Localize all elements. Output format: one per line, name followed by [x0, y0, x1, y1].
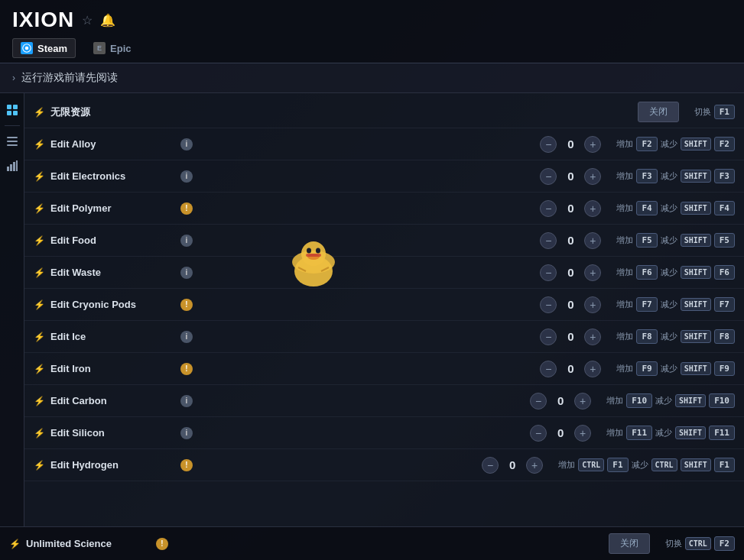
value-waste: 0: [561, 266, 580, 279]
info-icon-polymer[interactable]: !: [180, 202, 193, 215]
steam-platform-icon: [21, 42, 33, 54]
hk-key-elec-f3-dec: F3: [714, 169, 735, 183]
decrement-alloy[interactable]: −: [540, 136, 557, 153]
svg-rect-8: [7, 144, 18, 146]
increment-waste[interactable]: +: [584, 264, 601, 281]
svg-rect-12: [16, 160, 18, 171]
hk-key-hydro-ctrl: CTRL: [578, 458, 604, 471]
sidebar-icon-list[interactable]: [2, 131, 23, 152]
hotkey-waste: 增加 F6 减少 SHIFT F6: [616, 265, 735, 280]
hk-label-alloy-inc: 增加: [616, 138, 633, 150]
hk-key-elec-f3: F3: [636, 169, 657, 183]
increment-electronics[interactable]: +: [584, 168, 601, 185]
increment-polymer[interactable]: +: [584, 200, 601, 217]
notice-bar[interactable]: › 运行游戏前请先阅读: [0, 63, 744, 93]
decrement-electronics[interactable]: −: [540, 168, 557, 185]
info-icon-ice[interactable]: i: [180, 331, 193, 343]
decrement-hydrogen[interactable]: −: [482, 457, 499, 474]
app-title: IXION: [12, 8, 74, 32]
bolt-icon-electronics: ⚡: [34, 171, 44, 182]
increment-alloy[interactable]: +: [584, 136, 601, 153]
value-controls-iron: − 0 +: [540, 361, 601, 377]
cheat-row-edit-carbon: ⚡ Edit Carbon i − 0 + 增加 F10 减少 SHIFT F1: [24, 385, 744, 417]
info-icon-silicon[interactable]: i: [180, 427, 193, 439]
increment-cryonic[interactable]: +: [584, 296, 601, 313]
value-controls-cryonic: − 0 +: [540, 296, 601, 313]
info-icon-food[interactable]: i: [180, 235, 193, 247]
bell-icon[interactable]: 🔔: [100, 13, 115, 28]
decrement-cryonic[interactable]: −: [540, 296, 557, 313]
increment-ice[interactable]: +: [584, 329, 601, 345]
hk-label-hydro-dec: 减少: [632, 459, 648, 471]
decrement-silicon[interactable]: −: [530, 425, 547, 442]
value-alloy: 0: [561, 138, 580, 151]
decrement-waste[interactable]: −: [540, 264, 557, 281]
sidebar-icon-chart[interactable]: [2, 155, 23, 176]
hk-label-unlimited: 切换: [694, 106, 711, 118]
hk-key-poly-f4: F4: [636, 201, 657, 215]
svg-rect-4: [7, 111, 11, 115]
value-ice: 0: [561, 330, 580, 343]
cheat-name-carbon: Edit Carbon: [50, 395, 173, 406]
cheat-name-unlimited-science: Unlimited Science: [26, 538, 148, 549]
hotkey-carbon: 增加 F10 减少 SHIFT F10: [606, 393, 735, 408]
increment-iron[interactable]: +: [584, 361, 601, 377]
info-icon-carbon[interactable]: i: [180, 395, 193, 407]
hk-key-waste-shift: SHIFT: [681, 266, 711, 279]
cheat-row-unlimited-resources: ⚡ 无限资源 关闭 切换 F1: [24, 96, 744, 128]
increment-carbon[interactable]: +: [574, 393, 591, 409]
bolt-icon-unlimited-science: ⚡: [9, 539, 20, 549]
hk-label-food-inc: 增加: [616, 235, 633, 246]
cheat-row-edit-ice: ⚡ Edit Ice i − 0 + 增加 F8 减少 SHIFT F8: [24, 321, 744, 353]
bolt-icon-alloy: ⚡: [34, 139, 44, 150]
bolt-icon-carbon: ⚡: [34, 396, 44, 406]
value-iron: 0: [561, 362, 580, 375]
platform-epic[interactable]: E Epic: [85, 38, 139, 58]
hk-key-sci-ctrl: CTRL: [685, 537, 711, 550]
hk-key-sci-f2: F2: [714, 536, 735, 551]
hk-label-waste-inc: 增加: [616, 267, 633, 278]
value-polymer: 0: [561, 202, 580, 215]
platform-steam[interactable]: Steam: [12, 38, 76, 58]
hk-label-poly-inc: 增加: [616, 202, 633, 214]
value-controls-polymer: − 0 +: [540, 200, 601, 217]
value-food: 0: [561, 234, 580, 247]
info-icon-iron[interactable]: !: [180, 363, 193, 375]
svg-rect-2: [7, 105, 11, 109]
info-icon-unlimited-science[interactable]: !: [156, 538, 168, 550]
toggle-unlimited-resources[interactable]: 关闭: [638, 102, 679, 122]
decrement-food[interactable]: −: [540, 232, 557, 249]
hotkey-iron: 增加 F9 减少 SHIFT F9: [616, 361, 735, 376]
hk-key-cryo-f7: F7: [636, 297, 657, 312]
svg-rect-7: [7, 141, 18, 142]
decrement-ice[interactable]: −: [540, 329, 557, 345]
info-icon-waste[interactable]: i: [180, 267, 193, 279]
hk-label-ice-inc: 增加: [616, 331, 633, 342]
toggle-unlimited-science[interactable]: 关闭: [609, 533, 650, 554]
increment-food[interactable]: +: [584, 232, 601, 249]
increment-silicon[interactable]: +: [574, 425, 591, 442]
info-icon-cryonic[interactable]: !: [180, 299, 193, 311]
info-icon-electronics[interactable]: i: [180, 170, 193, 183]
decrement-carbon[interactable]: −: [530, 393, 547, 409]
value-controls-waste: − 0 +: [540, 264, 601, 281]
hotkey-electronics: 增加 F3 减少 SHIFT F3: [616, 169, 735, 183]
info-icon-alloy[interactable]: i: [180, 138, 193, 151]
sidebar-icon-grid[interactable]: [2, 99, 23, 121]
hk-label-cryo-dec: 减少: [661, 299, 677, 310]
decrement-polymer[interactable]: −: [540, 200, 557, 217]
decrement-iron[interactable]: −: [540, 361, 557, 377]
header: IXION ☆ 🔔 Steam E Epic: [0, 0, 744, 63]
hk-key-ice-f8-dec: F8: [714, 329, 735, 344]
hotkey-unlimited-science: 切换 CTRL F2: [665, 536, 735, 551]
value-controls-alloy: − 0 +: [540, 136, 601, 153]
hk-label-iron-inc: 增加: [616, 363, 633, 374]
increment-hydrogen[interactable]: +: [526, 457, 543, 474]
cheat-name-hydrogen: Edit Hydrogen: [50, 459, 173, 471]
cheat-list: ⚡ 无限资源 关闭 切换 F1 ⚡ Edit Alloy i: [24, 93, 744, 484]
info-icon-hydrogen[interactable]: !: [180, 459, 193, 471]
hk-label-cryo-inc: 增加: [616, 299, 633, 310]
hk-key-alloy-f2: F2: [636, 137, 657, 151]
hk-key-unlimited-f1: F1: [714, 105, 735, 119]
star-icon[interactable]: ☆: [82, 13, 93, 28]
